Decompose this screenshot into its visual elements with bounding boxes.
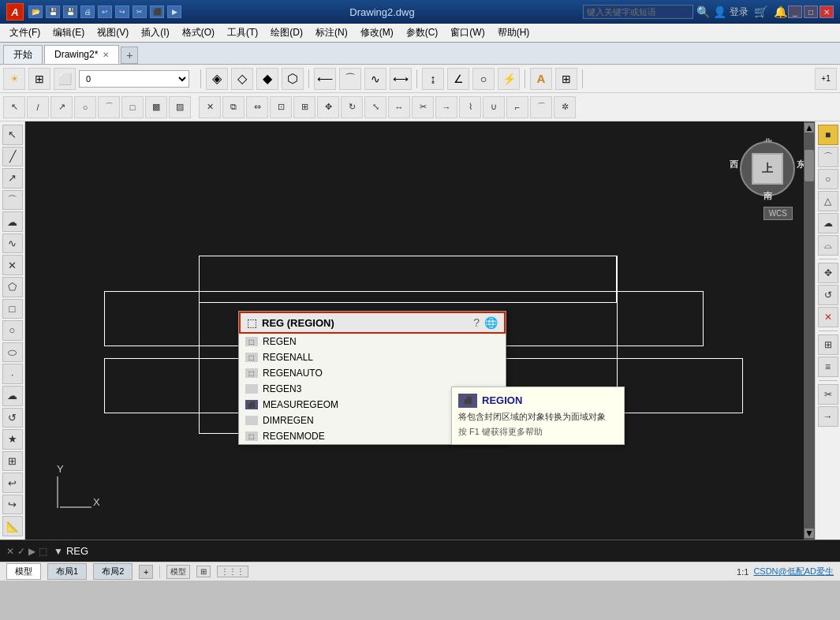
vertical-scrollbar[interactable]: ▲ ▼	[804, 121, 815, 540]
ac-help-icon[interactable]: ?	[473, 316, 480, 329]
cut-icon[interactable]: ✂	[133, 6, 147, 18]
left-ellipse[interactable]: ⬭	[2, 342, 23, 363]
menu-edit[interactable]: 编辑(E)	[47, 24, 91, 41]
menu-params[interactable]: 参数(C)	[400, 24, 445, 41]
close-button[interactable]: ✕	[819, 6, 834, 18]
restore-button[interactable]: □	[804, 6, 818, 18]
tb2-extend[interactable]: →	[435, 96, 457, 118]
tb2-stretch[interactable]: ↔	[388, 96, 410, 118]
tb2-trim[interactable]: ✂	[412, 96, 434, 118]
toolbar-hatch2-icon[interactable]: ◇	[231, 68, 253, 90]
toolbar-dim2-icon[interactable]: ↨	[422, 68, 444, 90]
tb2-arc[interactable]: ⌒	[98, 96, 120, 118]
ac-item-regen[interactable]: ⬚ REGEN	[239, 334, 506, 349]
status-add-layout[interactable]: +	[139, 565, 153, 579]
menu-help[interactable]: 帮助(H)	[491, 24, 536, 41]
left-line[interactable]: ╱	[2, 147, 23, 167]
status-grid-btn[interactable]: ⊞	[196, 566, 211, 577]
minimize-button[interactable]: _	[788, 6, 802, 18]
right-scissors-icon[interactable]: ✂	[818, 384, 838, 405]
menu-modify[interactable]: 修改(M)	[354, 24, 400, 41]
tb2-join[interactable]: ∪	[483, 96, 505, 118]
tb2-mirror[interactable]: ⇔	[246, 96, 268, 118]
cad-canvas-area[interactable]: 北 上 南 东 西 WCS Y X	[25, 121, 815, 540]
right-shape-tool[interactable]: ⌒	[818, 147, 838, 167]
tb2-fillet[interactable]: ⌒	[530, 96, 552, 118]
left-undo[interactable]: ↩	[2, 472, 23, 493]
toolbar-hatch-icon[interactable]: ◈	[206, 68, 228, 90]
tb2-circle[interactable]: ○	[74, 96, 96, 118]
tb2-erase[interactable]: ✕	[199, 96, 221, 118]
title-search-input[interactable]	[583, 5, 693, 19]
menu-insert[interactable]: 插入(I)	[135, 24, 175, 41]
left-star[interactable]: ★	[2, 429, 23, 450]
search-icon[interactable]: 🔍	[696, 6, 710, 18]
menu-draw[interactable]: 绘图(D)	[264, 24, 309, 41]
right-cloud-tool[interactable]: ☁	[818, 213, 838, 233]
user-icon[interactable]: 👤	[713, 6, 726, 18]
tb2-break[interactable]: ⌇	[459, 96, 481, 118]
left-erase[interactable]: ✕	[2, 255, 23, 275]
tb2-rect[interactable]: □	[121, 96, 144, 118]
toolbar-angle-icon[interactable]: ∠	[447, 68, 469, 90]
tab-close-icon[interactable]: ✕	[103, 50, 109, 59]
toolbar-hatch3-icon[interactable]: ◆	[256, 68, 278, 90]
toolbar-table-icon[interactable]: ⊞	[555, 68, 577, 90]
right-properties-icon[interactable]: ≡	[818, 357, 838, 377]
save-icon[interactable]: 💾	[46, 6, 60, 18]
run-icon[interactable]: ▶	[167, 6, 181, 18]
menu-annotate[interactable]: 标注(N)	[309, 24, 354, 41]
right-cross-tool[interactable]: ✕	[818, 307, 838, 327]
status-tab-layout2[interactable]: 布局2	[93, 563, 133, 580]
ac-globe-icon[interactable]: 🌐	[484, 316, 498, 329]
menu-window[interactable]: 窗口(W)	[444, 24, 491, 41]
toolbar-line-icon[interactable]: ⟵	[314, 68, 336, 90]
tb2-hatch[interactable]: ▩	[145, 96, 167, 118]
tb2-polyline[interactable]: ↗	[50, 96, 73, 118]
toolbar-break-icon[interactable]: ⚡	[498, 68, 520, 90]
tb2-array[interactable]: ⊞	[293, 96, 315, 118]
new-file-icon[interactable]: 📂	[28, 6, 43, 18]
tb2-rotate[interactable]: ↻	[341, 96, 363, 118]
right-tri-tool[interactable]: △	[818, 191, 838, 211]
toolbar-hatch4-icon[interactable]: ⬡	[282, 68, 304, 90]
left-polygon[interactable]: ⬠	[2, 277, 23, 297]
login-label[interactable]: 登录	[730, 6, 749, 19]
cart-icon[interactable]: 🛒	[749, 6, 772, 18]
status-model-btn[interactable]: 模型	[166, 565, 190, 579]
tb2-offset[interactable]: ⊡	[270, 96, 292, 118]
save2-icon[interactable]: 💾	[63, 6, 77, 18]
left-rotate[interactable]: ↺	[2, 408, 23, 428]
left-cloud2[interactable]: ☁	[2, 386, 23, 406]
left-arc[interactable]: ⌒	[2, 190, 23, 211]
toolbar-text-icon[interactable]: A	[530, 68, 552, 90]
left-measure[interactable]: 📐	[2, 516, 23, 536]
menu-tools[interactable]: 工具(T)	[221, 24, 264, 41]
left-select[interactable]: ↖	[2, 125, 23, 145]
right-color-tool[interactable]: ■	[818, 125, 838, 145]
layer-selector[interactable]: 0	[79, 70, 189, 88]
left-cloud[interactable]: ☁	[2, 211, 23, 232]
menu-file[interactable]: 文件(F)	[3, 24, 47, 41]
scroll-thumb[interactable]	[805, 150, 814, 181]
right-rotate-tool[interactable]: ↺	[818, 285, 838, 305]
print-icon[interactable]: 🖨	[80, 6, 95, 18]
tab-start[interactable]: 开始	[3, 45, 43, 64]
menu-format[interactable]: 格式(O)	[176, 24, 221, 41]
scroll-up-arrow[interactable]: ▲	[805, 123, 814, 133]
left-circle[interactable]: ○	[2, 320, 23, 341]
menu-view[interactable]: 视图(V)	[91, 24, 135, 41]
tb2-copy[interactable]: ⧉	[222, 96, 245, 118]
toolbar-curve-icon[interactable]: ∿	[364, 68, 386, 90]
left-arrow[interactable]: ↗	[2, 168, 23, 189]
cmd-check-icon[interactable]: ✓	[17, 546, 25, 557]
toolbar-arc-icon[interactable]: ⌒	[339, 68, 361, 90]
left-rect[interactable]: □	[2, 299, 23, 319]
toolbar-layer-icon[interactable]: ⊞	[28, 68, 50, 90]
redo-icon[interactable]: ↪	[115, 6, 129, 18]
tab-add-button[interactable]: +	[121, 47, 138, 64]
ac-item-regenauto[interactable]: ⬚ REGENAUTO	[239, 365, 506, 381]
cad-canvas[interactable]: 北 上 南 东 西 WCS Y X	[25, 121, 815, 540]
tb2-explode[interactable]: ✲	[554, 96, 576, 118]
left-point[interactable]: ·	[2, 364, 23, 384]
